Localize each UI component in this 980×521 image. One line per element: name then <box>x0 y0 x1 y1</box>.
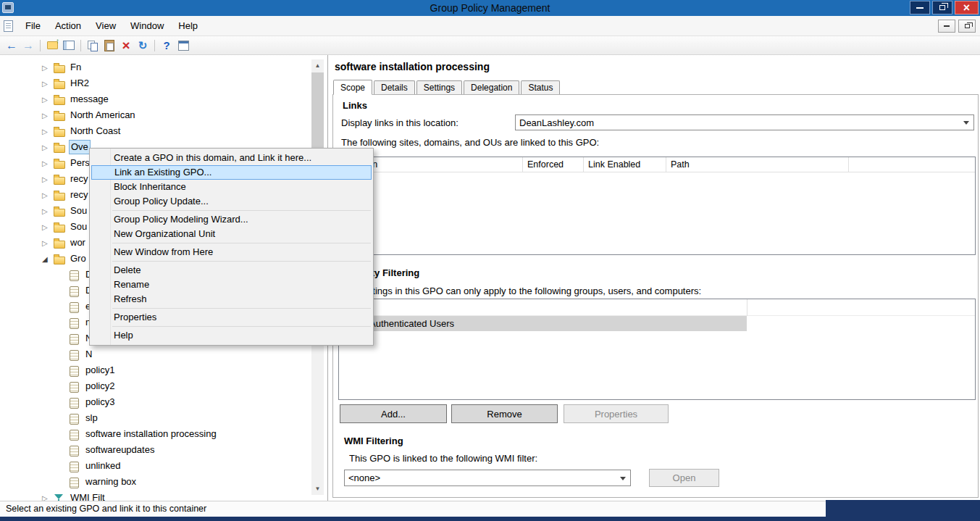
tab-details[interactable]: Details <box>374 80 415 94</box>
tree-row[interactable]: North American <box>0 107 310 123</box>
expand-arrow-icon[interactable] <box>42 143 54 151</box>
menu-help-item[interactable]: Help <box>90 328 373 343</box>
menu-new-ou[interactable]: New Organizational Unit <box>90 227 373 241</box>
tree-node-label: message <box>69 92 110 107</box>
tree-row[interactable]: N <box>0 346 310 362</box>
tree-node-wmi-filters[interactable]: WMI Filt <box>0 490 310 501</box>
tree-node-icon <box>54 254 64 264</box>
menu-modeling-wizard[interactable]: Group Policy Modeling Wizard... <box>90 212 373 227</box>
tree-row[interactable]: Fn <box>0 59 310 75</box>
table-column-header[interactable]: Enforced <box>523 157 584 172</box>
menu-new-window[interactable]: New Window from Here <box>90 245 373 259</box>
tree-row[interactable]: policy3 <box>0 394 310 410</box>
tab-status[interactable]: Status <box>521 80 560 94</box>
scroll-up-button[interactable] <box>311 59 324 72</box>
expand-arrow-icon[interactable] <box>42 159 54 167</box>
open-button[interactable]: Open <box>649 469 719 487</box>
menu-link-existing-gpo[interactable]: Link an Existing GPO... <box>91 165 372 180</box>
expand-arrow-icon[interactable] <box>42 96 54 104</box>
tree-row[interactable]: slp <box>0 410 310 426</box>
menu-delete[interactable]: Delete <box>90 263 373 278</box>
table-column-header[interactable] <box>849 157 975 172</box>
table-column-header[interactable]: Link Enabled <box>584 157 666 172</box>
expand-arrow-icon[interactable] <box>42 128 54 136</box>
menu-view[interactable]: View <box>88 18 123 34</box>
menu-separator <box>112 308 371 309</box>
toolbar-separator <box>80 40 81 51</box>
menu-file[interactable]: File <box>18 18 48 34</box>
menu-separator <box>112 326 371 327</box>
menubar: FileActionViewWindowHelp <box>0 16 980 36</box>
tree-row[interactable]: policy2 <box>0 378 310 394</box>
close-button[interactable] <box>955 1 979 14</box>
menu-rename[interactable]: Rename <box>90 278 373 292</box>
export-list-icon[interactable] <box>176 38 190 53</box>
expand-arrow-icon[interactable] <box>42 64 54 72</box>
chevron-down-icon <box>620 477 626 483</box>
menu-refresh[interactable]: Refresh <box>90 292 373 307</box>
menu-block-inheritance[interactable]: Block Inheritance <box>90 180 373 194</box>
remove-button[interactable]: Remove <box>451 404 558 423</box>
restore-button[interactable] <box>932 1 952 14</box>
tree-row[interactable]: unlinked <box>0 458 310 474</box>
menu-group-policy-update[interactable]: Group Policy Update... <box>90 194 373 209</box>
add-button[interactable]: Add... <box>340 404 447 423</box>
tree-node-label: HR2 <box>69 76 91 91</box>
expand-arrow-icon[interactable] <box>42 223 54 231</box>
paste-icon[interactable] <box>102 38 117 53</box>
tree-node-icon <box>69 317 80 328</box>
expand-arrow-icon[interactable] <box>42 494 54 501</box>
copy-icon[interactable] <box>85 38 100 53</box>
menu-window[interactable]: Window <box>123 18 171 34</box>
menu-properties[interactable]: Properties <box>90 310 373 325</box>
expand-arrow-icon[interactable] <box>42 175 54 183</box>
tree-node-label: policy1 <box>84 363 116 378</box>
tree-row[interactable]: message <box>0 91 310 107</box>
menu-help[interactable]: Help <box>171 18 205 34</box>
help-icon[interactable] <box>159 38 174 53</box>
delete-icon[interactable] <box>119 38 133 53</box>
child-minimize-button[interactable] <box>938 20 955 33</box>
back-icon[interactable] <box>4 38 19 53</box>
tree-node-icon <box>54 190 64 201</box>
expand-arrow-icon[interactable] <box>42 255 54 263</box>
expand-arrow-icon[interactable] <box>42 191 54 199</box>
expand-arrow-icon[interactable] <box>42 80 54 88</box>
minimize-button[interactable] <box>910 1 930 14</box>
tree-node-icon <box>69 461 80 472</box>
tree-row[interactable]: North Coast <box>0 123 310 139</box>
context-menu-item-label: New Window from Here <box>114 246 213 257</box>
refresh-icon[interactable] <box>135 38 150 53</box>
menu-action[interactable]: Action <box>48 18 88 34</box>
tree-node-icon <box>69 365 80 376</box>
scroll-down-button[interactable] <box>311 483 324 495</box>
tree-node-icon <box>54 78 64 89</box>
tab-scope[interactable]: Scope <box>333 80 372 95</box>
minimize-icon <box>916 7 924 9</box>
menu-separator <box>112 210 371 211</box>
tree-row[interactable]: softwareupdates <box>0 442 310 458</box>
tab-settings[interactable]: Settings <box>416 80 462 94</box>
expand-arrow-icon[interactable] <box>42 112 54 120</box>
tree-node-label: North American <box>69 108 137 122</box>
forward-icon[interactable] <box>21 38 35 53</box>
tree-row[interactable]: policy1 <box>0 362 310 378</box>
menu-create-gpo[interactable]: Create a GPO in this domain, and Link it… <box>90 151 373 165</box>
list-item-authenticated-users[interactable]: Authenticated Users <box>339 316 747 331</box>
up-one-level-icon[interactable] <box>45 38 59 53</box>
tree-row[interactable]: warning box <box>0 474 310 490</box>
show-console-tree-icon[interactable] <box>62 38 76 53</box>
links-location-dropdown[interactable]: DeanLashley.com <box>515 114 974 130</box>
properties-button[interactable]: Properties <box>564 404 669 423</box>
tree-node-icon <box>69 270 80 280</box>
expand-arrow-icon[interactable] <box>42 239 54 247</box>
expand-arrow-icon[interactable] <box>42 207 54 215</box>
links-display-label: Display links in this location: <box>341 117 458 128</box>
tree-row[interactable]: software installation processing <box>0 426 310 442</box>
security-list-header <box>339 299 975 316</box>
child-restore-button[interactable] <box>958 20 976 33</box>
table-column-header[interactable]: Path <box>666 157 849 172</box>
wmi-filter-dropdown[interactable]: <none> <box>344 470 631 486</box>
tree-row[interactable]: HR2 <box>0 75 310 91</box>
tab-delegation[interactable]: Delegation <box>464 80 519 94</box>
